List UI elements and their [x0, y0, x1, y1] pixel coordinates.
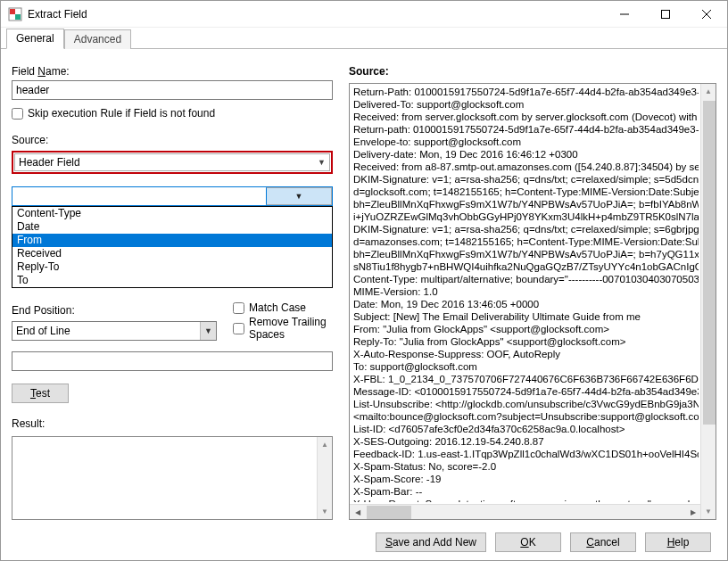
scroll-up-icon[interactable]: ▲ — [701, 84, 716, 99]
cancel-button[interactable]: Cancel — [570, 532, 636, 552]
source-text-label: Source: — [349, 65, 716, 78]
scroll-up-icon[interactable]: ▲ — [318, 437, 332, 452]
scroll-left-icon[interactable]: ◀ — [350, 508, 365, 516]
field-name-label: Field Name: — [12, 65, 333, 78]
source-select-highlight: Header Field ▼ — [12, 151, 333, 174]
chevron-down-icon[interactable]: ▼ — [266, 187, 332, 205]
ok-button[interactable]: OK — [495, 532, 561, 552]
result-textarea[interactable]: ▲ ▼ — [12, 436, 333, 520]
field-name-input[interactable] — [12, 80, 333, 100]
svg-rect-1 — [10, 9, 15, 14]
remove-trailing-label: Remove Trailing Spaces — [249, 316, 333, 341]
source-label: Source: — [12, 134, 333, 146]
dialog-body: Field Name: Skip execution Rule if Field… — [1, 49, 727, 525]
end-position-label: End Position: — [12, 304, 208, 317]
dropdown-option[interactable]: Content-Type — [12, 207, 332, 220]
source-select-value: Header Field — [19, 156, 80, 169]
left-column: Field Name: Skip execution Rule if Field… — [12, 62, 333, 520]
scroll-right-icon[interactable]: ▶ — [685, 508, 700, 516]
end-position-select[interactable]: ▼ — [12, 321, 217, 341]
match-case-label: Match Case — [249, 301, 306, 314]
titlebar: Extract Field — [1, 1, 727, 28]
tabstrip: General Advanced — [1, 28, 727, 49]
source-select[interactable]: Header Field ▼ — [14, 153, 330, 171]
help-button[interactable]: Help — [645, 532, 711, 552]
skip-rule-checkbox[interactable] — [12, 108, 23, 120]
minimize-button[interactable] — [604, 1, 645, 28]
chevron-down-icon: ▼ — [200, 322, 216, 340]
window-title: Extract Field — [28, 8, 87, 21]
scrollbar-vertical[interactable]: ▲ ▼ — [700, 84, 716, 519]
dropdown-option[interactable]: Date — [12, 220, 332, 234]
svg-rect-2 — [15, 14, 21, 20]
header-field-dropdown-list: Content-Type Date From Received Reply-To… — [12, 206, 333, 288]
tab-general[interactable]: General — [6, 29, 64, 49]
dropdown-option[interactable]: Received — [12, 247, 332, 260]
scroll-down-icon[interactable]: ▼ — [701, 504, 716, 519]
close-button[interactable] — [686, 1, 727, 28]
tab-advanced[interactable]: Advanced — [64, 29, 131, 49]
header-field-combo[interactable]: ▼ Content-Type Date From Received Reply-… — [12, 186, 333, 288]
skip-rule-label: Skip execution Rule if Field is not foun… — [28, 107, 215, 120]
result-label: Result: — [12, 417, 333, 430]
scroll-down-icon[interactable]: ▼ — [318, 504, 332, 519]
match-case-checkbox[interactable] — [233, 302, 244, 314]
dropdown-option[interactable]: Reply-To — [12, 260, 332, 274]
dialog-footer: Save and Add New OK Cancel Help — [1, 525, 727, 559]
scrollbar-horizontal[interactable]: ◀ ▶ — [350, 504, 700, 519]
maximize-button[interactable] — [645, 1, 686, 28]
right-column: Source: Return-Path: 0100015917550724-5d… — [349, 62, 716, 520]
source-textarea[interactable]: Return-Path: 0100015917550724-5d9f1a7e-6… — [349, 83, 716, 520]
extra-input[interactable] — [12, 351, 333, 371]
app-icon — [8, 7, 22, 21]
chevron-down-icon: ▼ — [318, 158, 326, 167]
remove-trailing-checkbox[interactable] — [233, 323, 244, 334]
scrollbar-vertical[interactable]: ▲ ▼ — [317, 437, 332, 519]
dropdown-option[interactable]: To — [12, 274, 332, 287]
save-and-add-new-button[interactable]: Save and Add New — [376, 532, 486, 552]
dropdown-option-selected[interactable]: From — [12, 234, 332, 247]
svg-rect-4 — [662, 10, 670, 18]
test-button[interactable]: Test — [12, 384, 69, 403]
source-text-content: Return-Path: 0100015917550724-5d9f1a7e-6… — [353, 86, 699, 502]
